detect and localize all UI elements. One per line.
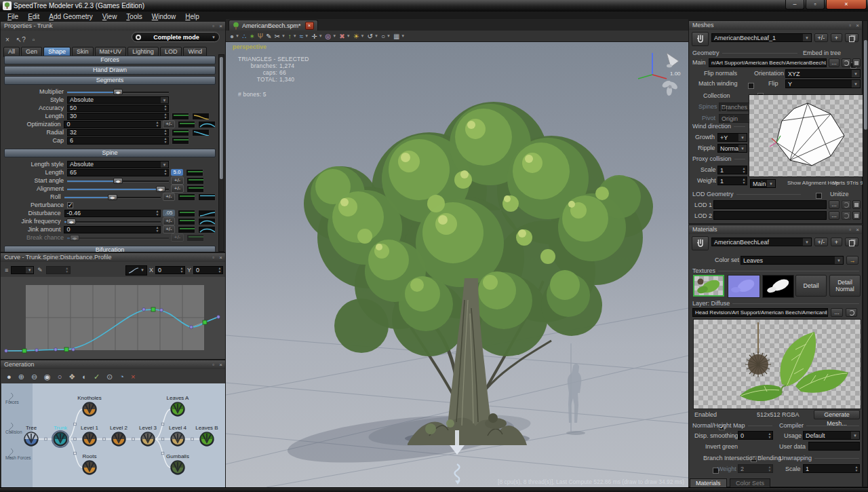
section-spine[interactable]: Spine [4,149,216,157]
mesh-add-button[interactable]: + [831,33,842,42]
select-tool-icon[interactable]: ●▼ [230,31,239,41]
material-selector-dropdown[interactable]: AmericanBeechLeaf▼ [711,238,812,246]
close-icon[interactable]: × [856,21,859,30]
flip-normals-checkbox[interactable] [748,83,754,89]
camera-mode-label[interactable]: perspective [233,43,267,50]
rotate-view-tool-icon[interactable]: ↺▼ [368,31,378,41]
main-refresh-button[interactable] [842,58,851,67]
jink-frequency-curve-thumbnail[interactable] [178,218,195,225]
menu-file[interactable]: File [3,13,23,20]
lod1-refresh-button[interactable] [842,200,851,209]
length-curve-thumbnail[interactable] [192,113,210,120]
curve-handle[interactable] [217,316,220,319]
color-set-apply-button[interactable]: → [846,256,859,265]
jink-frequency-plus-minus-button[interactable]: +/- [163,217,175,225]
perturbance-checkbox[interactable] [67,202,73,208]
slider-knob[interactable]: ◀▶ [113,89,123,95]
edge-weight-marker[interactable] [103,438,106,440]
tab-materials[interactable]: Materials [690,478,727,488]
lod1-browse-button[interactable]: ... [829,200,840,209]
generate-mesh-button[interactable]: Generate Mesh... [814,410,860,419]
optimization-curve-thumbnail[interactable] [198,121,216,128]
properties-scrollbar[interactable] [218,54,224,252]
close-icon[interactable]: × [856,225,859,234]
paint-curve-icon[interactable]: ✎ [37,267,43,273]
menu-window[interactable]: Window [147,13,181,20]
document-tab[interactable]: AmericanBeech.spm* × [229,20,318,31]
length-curve-thumbnail[interactable] [186,169,203,176]
menu-edit[interactable]: Edit [23,13,44,20]
menu-tools[interactable]: Tools [121,13,146,20]
normal-texture-thumbnail[interactable] [728,275,760,298]
length-style-dropdown[interactable]: Absolute▼ [67,161,169,168]
section-forces[interactable]: Forces [4,56,216,64]
jink-frequency-slider[interactable]: ◀▶ [64,218,161,225]
diffuse-browse-button[interactable]: ... [831,308,843,317]
jink-amount-curve-thumbnail[interactable] [178,226,195,233]
material-duplicate-button[interactable] [845,238,859,246]
main-mesh-path-field[interactable]: n/Art Support/American Beech/AmericanBee… [709,58,827,67]
disturbance-badge[interactable]: .05 [163,210,175,216]
delete-icon[interactable]: × [5,36,9,43]
radial-curve-thumbnail[interactable] [192,129,210,136]
user-data-field[interactable] [808,442,860,451]
material-add-button[interactable]: + [831,238,842,246]
curve-point[interactable] [64,347,68,352]
close-icon[interactable]: × [219,360,222,369]
cap-spinner[interactable]: 6▲▼ [67,137,169,145]
maximize-button[interactable]: ▫ [806,0,825,10]
menu-add-geometry[interactable]: Add Geometry [44,13,97,20]
texture-preview[interactable] [693,319,861,409]
length-curve-thumbnail[interactable] [172,113,189,120]
hands-icon[interactable]: ❖ [68,373,75,381]
mesh-selector-dropdown[interactable]: AmericanBeechLeaf_1▼ [711,33,812,42]
curve-style-dropdown[interactable]: ▼ [11,266,34,274]
generation-graph[interactable]: ForcesCollisionMesh ForcesTreeTrunkKnoth… [1,383,225,491]
orientation-dropdown[interactable]: XYZ▼ [785,69,861,78]
section-bifurcation[interactable]: Bifurcation [4,246,216,252]
section-hand-drawn[interactable]: Hand Drawn [4,66,216,75]
alpha-texture-thumbnail[interactable] [762,275,794,298]
start-angle-plus-minus-button[interactable]: +/- [171,176,184,185]
edge-weight-marker[interactable] [132,438,135,440]
disturbance-curve-thumbnail[interactable] [198,210,216,217]
lod1-export-button[interactable] [852,200,861,209]
optimization-spinner[interactable]: 0▲▼ [64,121,160,128]
menu-help[interactable]: Help [180,13,204,20]
tab-color-sets[interactable]: Color Sets [730,478,770,488]
curve-handle[interactable] [35,349,39,352]
ripple-dropdown[interactable]: Normal▼ [717,144,747,153]
length-badge[interactable]: 5.0 [171,169,183,176]
leaf-tool-icon[interactable]: ✶ [249,31,254,41]
curve-y-spinner[interactable]: 0▲▼ [193,266,223,274]
curve-point[interactable] [151,307,155,311]
mesh-plus-minus-button[interactable]: +/- [814,33,828,42]
slider-knob[interactable]: ◀▶ [66,219,76,225]
bib-weight-spinner[interactable]: 2▲▼ [738,464,773,473]
length-spinner[interactable]: 30▲▼ [67,113,169,120]
length-spinner[interactable]: 65▲▼ [67,169,169,176]
remove-generator-icon[interactable]: ⊖ [31,373,37,381]
roll-curve-thumbnail[interactable] [198,193,216,201]
mesh-duplicate-button[interactable] [845,33,859,42]
detail-normal-texture-button[interactable]: Detail Normal [829,275,861,297]
lod2-refresh-button[interactable] [842,211,851,220]
section-segments[interactable]: Segments [4,76,216,85]
curve-handle[interactable] [72,348,75,352]
flip-dropdown[interactable]: Y▼ [785,79,861,88]
curve-handle[interactable] [160,309,163,312]
edge-weight-marker[interactable] [161,438,164,440]
curve-point[interactable] [22,349,26,353]
main-browse-button[interactable]: ... [829,58,840,67]
start-angle-slider[interactable]: ◀▶ [67,177,169,185]
show-alignment-checkbox[interactable] [816,193,822,199]
lod2-export-button[interactable] [852,211,861,220]
sphere-icon[interactable]: ● [7,373,12,381]
node-edit-tool-icon[interactable]: ∴ [242,31,246,41]
break-chance-slider[interactable]: ◀▶ [67,234,169,242]
style-dropdown[interactable]: Absolute▼ [67,96,169,104]
sun-tool-icon[interactable]: ☀▼ [353,31,365,41]
curve-x-spinner[interactable]: 0▲▼ [155,266,185,274]
disp-smoothing-spinner[interactable]: 0▲▼ [738,431,773,440]
jink-amount-spinner[interactable]: 0▲▼ [64,226,160,233]
